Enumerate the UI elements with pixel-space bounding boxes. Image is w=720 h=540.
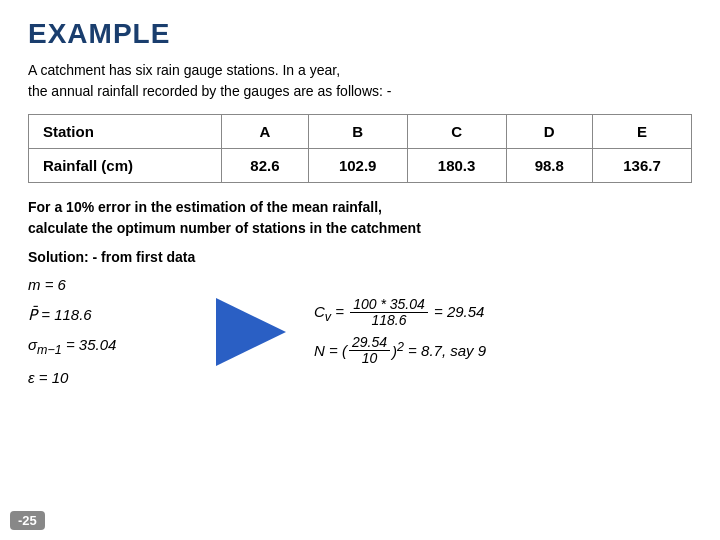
table-row: Rainfall (cm) 82.6 102.9 180.3 98.8 136.… xyxy=(29,149,692,183)
col-d: D xyxy=(506,115,593,149)
row-label: Rainfall (cm) xyxy=(29,149,222,183)
val-b: 102.9 xyxy=(308,149,407,183)
page-title: EXAMPLE xyxy=(28,18,692,50)
solution-area: m = 6 P̄ = 118.6 σm−1 = 35.04 ε = 10 Cv … xyxy=(28,273,692,390)
table-header-row: Station A B C D E xyxy=(29,115,692,149)
formula-sigma: σm−1 = 35.04 xyxy=(28,333,188,360)
val-c: 180.3 xyxy=(407,149,506,183)
description-line2: the annual rainfall recorded by the gaug… xyxy=(28,83,391,99)
col-e: E xyxy=(593,115,692,149)
right-arrow-icon xyxy=(216,298,286,366)
arrow-container xyxy=(206,298,296,366)
description-line1: A catchment has six rain gauge stations.… xyxy=(28,62,340,78)
col-station: Station xyxy=(29,115,222,149)
cv-fraction: 100 * 35.04 118.6 xyxy=(350,297,428,329)
formula-p: P̄ = 118.6 xyxy=(28,303,188,327)
data-table: Station A B C D E Rainfall (cm) 82.6 102… xyxy=(28,114,692,183)
val-e: 136.7 xyxy=(593,149,692,183)
problem-line1: For a 10% error in the estimation of the… xyxy=(28,199,382,215)
problem-line2: calculate the optimum number of stations… xyxy=(28,220,421,236)
description: A catchment has six rain gauge stations.… xyxy=(28,60,692,102)
formula-epsilon: ε = 10 xyxy=(28,366,188,390)
slide-badge: -25 xyxy=(10,511,45,530)
left-formulas: m = 6 P̄ = 118.6 σm−1 = 35.04 ε = 10 xyxy=(28,273,188,390)
col-c: C xyxy=(407,115,506,149)
formula-n: N = ( 29.54 10 )2 = 8.7, say 9 xyxy=(314,335,534,367)
val-d: 98.8 xyxy=(506,149,593,183)
n-fraction: 29.54 10 xyxy=(349,335,390,367)
formula-cv: Cv = 100 * 35.04 118.6 = 29.54 xyxy=(314,297,534,329)
formula-m: m = 6 xyxy=(28,273,188,297)
problem-text: For a 10% error in the estimation of the… xyxy=(28,197,692,239)
val-a: 82.6 xyxy=(222,149,309,183)
col-b: B xyxy=(308,115,407,149)
page-container: EXAMPLE A catchment has six rain gauge s… xyxy=(0,0,720,540)
solution-label: Solution: - from first data xyxy=(28,249,692,265)
right-formulas: Cv = 100 * 35.04 118.6 = 29.54 N = ( 29.… xyxy=(314,297,534,367)
col-a: A xyxy=(222,115,309,149)
